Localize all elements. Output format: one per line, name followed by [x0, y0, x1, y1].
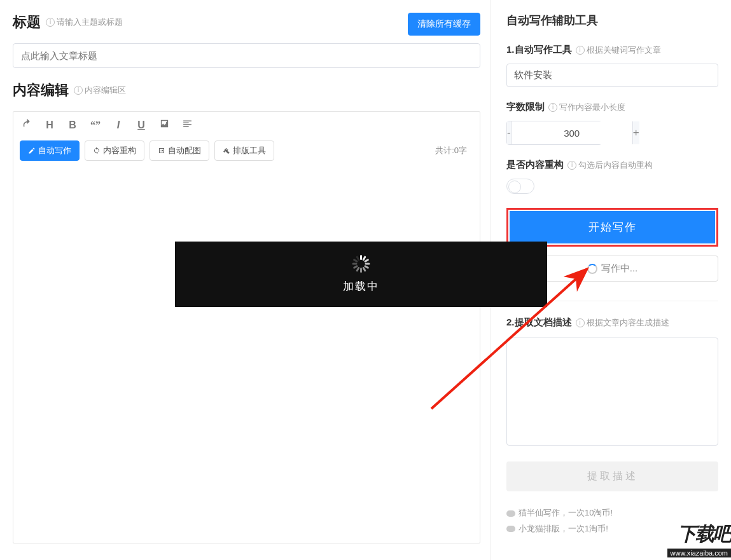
info-icon: i [576, 46, 585, 55]
stepper-decrease[interactable]: - [507, 121, 512, 144]
pencil-icon [28, 147, 36, 154]
word-limit-label: 字数限制 [506, 101, 545, 113]
tool2-block: 2.提取文档描述 i 根据文章内容生成描述 [506, 317, 718, 329]
start-writing-button[interactable]: 开始写作 [510, 211, 715, 243]
undo-icon[interactable] [21, 118, 32, 132]
tool2-label: 2.提取文档描述 [506, 317, 572, 329]
rebuild-hint: i 勾选后内容自动重构 [567, 160, 653, 171]
refresh-icon [93, 147, 101, 154]
start-button-highlight: 开始写作 [506, 208, 718, 247]
editor-content-area[interactable] [13, 170, 480, 526]
content-hint: i 内容编辑区 [74, 85, 126, 96]
info-icon: i [46, 18, 55, 27]
info-icon: i [576, 318, 585, 327]
align-icon[interactable] [181, 118, 193, 132]
loading-text: 加载中 [343, 279, 379, 294]
content-heading: 内容编辑 [13, 81, 69, 100]
word-limit-block: 字数限制 i 写作内容最小长度 - + [506, 101, 718, 145]
content-section-header: 内容编辑 i 内容编辑区 [13, 81, 480, 100]
title-heading: 标题 [13, 13, 41, 32]
watermark: 下载吧 www.xiazaiba.com [648, 521, 731, 557]
info-icon: i [548, 103, 557, 112]
editor-toolbar-buttons: 自动写作 内容重构 自动配图 排版工具 共计:0字 [13, 137, 480, 170]
tool1-label: 1.自动写作工具 [506, 44, 572, 56]
editor-toolbar-icons: H B “” I U [13, 112, 480, 137]
tools-icon [223, 147, 230, 154]
clear-cache-button[interactable]: 清除所有缓存 [408, 13, 480, 36]
title-input[interactable] [13, 43, 480, 68]
rebuild-button[interactable]: 内容重构 [85, 140, 144, 161]
loading-overlay: 加载中 [175, 242, 547, 307]
rebuild-block: 是否内容重构 i 勾选后内容自动重构 [506, 159, 718, 194]
extract-description-button[interactable]: 提取描述 [506, 461, 718, 491]
word-limit-hint: i 写作内容最小长度 [548, 102, 625, 113]
stepper-increase[interactable]: + [632, 121, 639, 144]
cloud-icon [506, 510, 515, 517]
keyword-input[interactable] [506, 64, 718, 87]
rebuild-toggle[interactable] [506, 179, 534, 194]
cloud-icon [506, 526, 515, 532]
title-hint: i 请输入主题或标题 [46, 17, 123, 28]
description-textarea[interactable] [506, 338, 718, 446]
underline-icon[interactable]: U [136, 120, 147, 131]
bold-icon[interactable]: B [67, 120, 78, 131]
word-limit-stepper: - + [506, 121, 602, 145]
tool2-hint: i 根据文章内容生成描述 [576, 317, 669, 329]
rebuild-label: 是否内容重构 [506, 159, 564, 171]
layout-tool-button[interactable]: 排版工具 [214, 140, 274, 161]
heading-icon[interactable]: H [44, 120, 55, 131]
quote-icon[interactable]: “” [90, 120, 101, 131]
info-icon: i [74, 86, 83, 95]
tool1-block: 1.自动写作工具 i 根据关键词写作文章 [506, 44, 718, 87]
word-limit-input[interactable] [512, 121, 632, 144]
auto-write-button[interactable]: 自动写作 [20, 140, 80, 161]
italic-icon[interactable]: I [113, 120, 124, 131]
auto-image-button[interactable]: 自动配图 [150, 140, 209, 161]
tool1-hint: i 根据关键词写作文章 [576, 44, 661, 56]
side-panel-title: 自动写作辅助工具 [506, 13, 718, 28]
info-icon: i [567, 161, 576, 170]
picture-icon [158, 147, 165, 154]
image-icon[interactable] [158, 118, 170, 132]
spinner-icon [587, 264, 597, 274]
word-count: 共计:0字 [435, 145, 473, 156]
loading-spinner-icon [352, 255, 370, 273]
editor-box: H B “” I U 自动写作 内容重构 自动配图 [13, 111, 480, 543]
